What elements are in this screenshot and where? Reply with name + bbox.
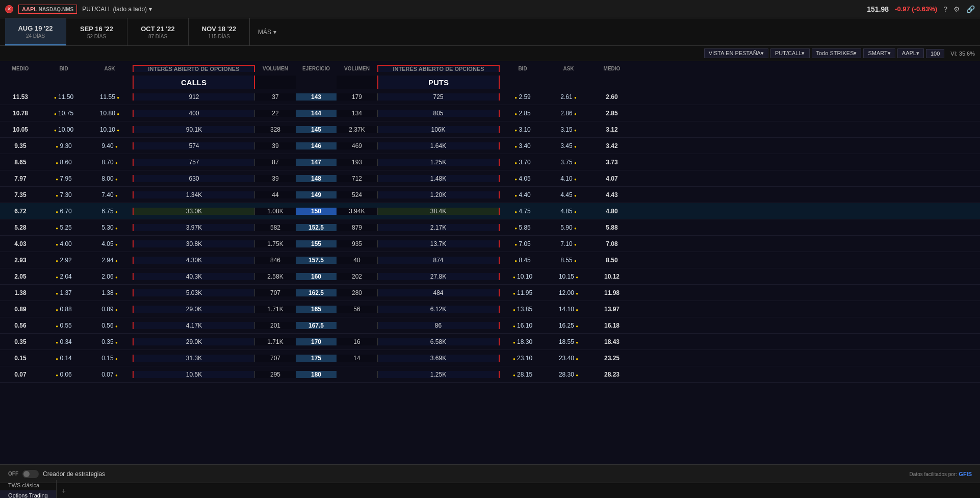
ticker-symbol: AAPL: [22, 6, 37, 12]
table-row[interactable]: 4.03 ● 4.00 4.05 ● 30.8K 1.75K 155 935 1…: [0, 236, 980, 252]
ask-left: 0.07 ●: [87, 371, 133, 378]
col-calls-vol: VOLUMEN: [255, 66, 296, 71]
dropdown-arrow-icon: ▾: [149, 6, 152, 13]
exercise-price: 155: [296, 240, 337, 247]
add-tab-button[interactable]: +: [57, 485, 71, 497]
putcall-btn[interactable]: PUT/CALL▾: [770, 48, 810, 58]
ask-right: 3.15 ●: [546, 126, 591, 133]
table-row[interactable]: 11.53 ● 11.50 11.55 ● 912 37 143 179 725…: [0, 89, 980, 105]
table-row[interactable]: 7.97 ● 7.95 8.00 ● 630 39 148 712 1.48K …: [0, 170, 980, 187]
price-display: 151.98: [867, 5, 889, 13]
calls-vol: 295: [255, 371, 296, 378]
mas-label: MÁS: [258, 29, 271, 36]
strikes-btn[interactable]: Todo STRIKES▾: [812, 48, 862, 58]
link-icon[interactable]: 🔗: [966, 5, 975, 13]
bid-right: ● 3.40: [500, 142, 546, 150]
table-body[interactable]: 11.53 ● 11.50 11.55 ● 912 37 143 179 725…: [0, 89, 980, 383]
vista-btn[interactable]: VISTA EN PESTAÑA▾: [704, 48, 768, 58]
toggle-off-label: OFF: [8, 471, 18, 477]
puts-oi: 106K: [377, 126, 500, 133]
puts-vol: 134: [337, 110, 377, 117]
dot-icon: ●: [574, 242, 577, 247]
view-mode-dropdown[interactable]: PUT/CALL (lado a lado) ▾: [82, 6, 152, 13]
col-ask-right: ASK: [546, 66, 591, 71]
puts-oi: 1.20K: [377, 191, 500, 198]
smart-btn[interactable]: SMART▾: [863, 48, 895, 58]
date-tab-2[interactable]: OCT 21 '2287 DÍAS: [127, 18, 189, 45]
dot-icon: ●: [115, 324, 118, 329]
table-row[interactable]: 0.07 ● 0.06 0.07 ● 10.5K 295 180 1.25K ●…: [0, 366, 980, 383]
ask-right: 4.45 ●: [546, 191, 591, 198]
medio-left: 8.65: [0, 159, 41, 166]
dot-icon: ●: [514, 144, 517, 149]
toggle-circle: [23, 471, 30, 477]
bid-left: ● 9.30: [41, 142, 87, 150]
ticker-badge[interactable]: AAPL NASDAQ.NMS: [18, 5, 77, 14]
dot-icon: ●: [576, 324, 578, 329]
num-btn[interactable]: 100: [926, 49, 944, 58]
dot-icon: ●: [514, 161, 517, 165]
calls-oi: 1.34K: [133, 191, 255, 198]
date-tab-3[interactable]: NOV 18 '22115 DÍAS: [189, 18, 250, 45]
medio-left: 0.15: [0, 355, 41, 362]
footer-tab-1[interactable]: Options Trading: [0, 490, 57, 499]
date-tab-1[interactable]: SEP 16 '2252 DÍAS: [66, 18, 127, 45]
dot-icon: ●: [54, 128, 57, 133]
dot-icon: ●: [513, 357, 515, 361]
bid-left: ● 11.50: [41, 93, 87, 101]
close-button[interactable]: ✕: [5, 5, 13, 13]
strategy-toggle[interactable]: [22, 470, 39, 478]
table-row[interactable]: 5.28 ● 5.25 5.30 ● 3.97K 582 152.5 879 2…: [0, 219, 980, 236]
exchange-label: NASDAQ.NMS: [39, 7, 73, 12]
ejercicio-sub: [296, 76, 337, 89]
exercise-price: 167.5: [296, 322, 337, 329]
calls-oi: 912: [133, 93, 255, 101]
puts-vol: 469: [337, 142, 377, 150]
table-row[interactable]: 10.05 ● 10.00 10.10 ● 90.1K 328 145 2.37…: [0, 121, 980, 138]
footer-tab-0[interactable]: TWS clásica: [0, 480, 57, 490]
dot-icon: ●: [56, 193, 58, 198]
calls-oi: 31.3K: [133, 355, 255, 362]
table-row[interactable]: 0.35 ● 0.34 0.35 ● 29.0K 1.71K 170 16 6.…: [0, 334, 980, 350]
calls-oi: 29.0K: [133, 338, 255, 345]
main-content: MEDIO BID ASK INTERÉS ABIERTO DE OPCIONE…: [0, 61, 980, 464]
dot-icon: ●: [514, 259, 517, 263]
exercise-price: 160: [296, 273, 337, 280]
mas-dropdown[interactable]: MÁS ▾: [250, 26, 285, 39]
table-row[interactable]: 9.35 ● 9.30 9.40 ● 574 39 146 469 1.64K …: [0, 138, 980, 154]
dot-icon: ●: [115, 242, 118, 247]
ask-left: 6.75 ●: [87, 208, 133, 215]
calls-vol: 1.75K: [255, 240, 296, 247]
medio-right: 5.88: [591, 224, 632, 231]
puts-oi: 1.25K: [377, 159, 500, 166]
table-row[interactable]: 6.72 ● 6.70 6.75 ● 33.0K 1.08K 150 3.94K…: [0, 203, 980, 219]
aapl-btn[interactable]: AAPL▾: [897, 48, 924, 58]
dot-icon: ●: [513, 340, 515, 345]
date-tab-0[interactable]: AUG 19 '2224 DÍAS: [5, 18, 66, 45]
calls-oi: 630: [133, 175, 255, 182]
bid-left: ● 7.95: [41, 175, 87, 182]
table-row[interactable]: 2.93 ● 2.92 2.94 ● 4.30K 846 157.5 40 87…: [0, 252, 980, 268]
table-row[interactable]: 8.65 ● 8.60 8.70 ● 757 87 147 193 1.25K …: [0, 154, 980, 170]
medio-right: 4.07: [591, 175, 632, 182]
bid-right: ● 5.85: [500, 224, 546, 231]
table-row[interactable]: 7.35 ● 7.30 7.40 ● 1.34K 44 149 524 1.20…: [0, 187, 980, 203]
puts-vol: 193: [337, 159, 377, 166]
table-row[interactable]: 0.89 ● 0.88 0.89 ● 29.0K 1.71K 165 56 6.…: [0, 301, 980, 317]
dot-icon: ●: [56, 144, 58, 149]
table-row[interactable]: 0.56 ● 0.55 0.56 ● 4.17K 201 167.5 86 ● …: [0, 317, 980, 334]
settings-icon[interactable]: ⚙: [953, 5, 960, 13]
dot-icon: ●: [574, 210, 577, 214]
table-row[interactable]: 1.38 ● 1.37 1.38 ● 5.03K 707 162.5 280 4…: [0, 285, 980, 301]
data-provider-area: Datos facilitados por: GFIS: [910, 470, 972, 478]
help-icon[interactable]: ?: [943, 5, 947, 13]
dot-icon: ●: [54, 95, 57, 100]
calls-vol: 22: [255, 110, 296, 117]
table-row[interactable]: 0.15 ● 0.14 0.15 ● 31.3K 707 175 14 3.69…: [0, 350, 980, 366]
dot-icon: ●: [115, 308, 118, 312]
dot-icon: ●: [574, 144, 577, 149]
puts-vol: 56: [337, 306, 377, 313]
medio-right: 3.73: [591, 159, 632, 166]
table-row[interactable]: 2.05 ● 2.04 2.06 ● 40.3K 2.58K 160 202 2…: [0, 268, 980, 285]
table-row[interactable]: 10.78 ● 10.75 10.80 ● 400 22 144 134 805…: [0, 105, 980, 121]
